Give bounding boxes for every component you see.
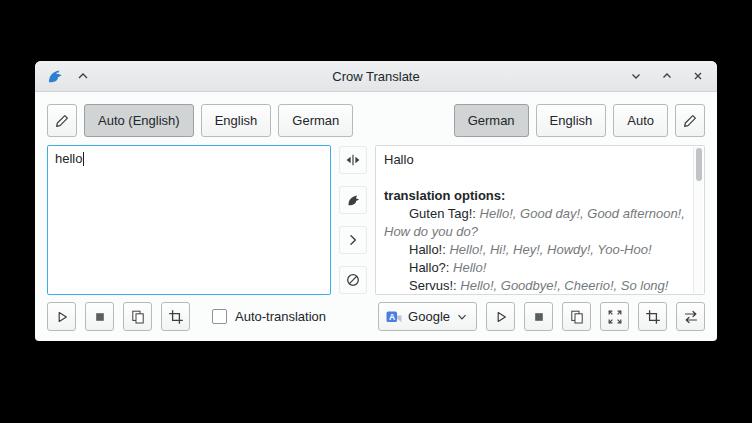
translation-options-heading: translation options: <box>384 187 686 205</box>
target-lang-german-button[interactable]: German <box>454 104 529 137</box>
stop-icon <box>92 309 108 325</box>
middle-toolbar <box>331 145 375 295</box>
swap-languages-icon <box>345 152 361 168</box>
source-toolbar: Auto-translation <box>47 302 326 331</box>
keep-above-button[interactable] <box>74 67 92 85</box>
google-translate-icon: A <box>386 309 402 325</box>
crow-icon <box>345 192 361 208</box>
blank-line <box>384 169 686 187</box>
copy-to-source-button[interactable] <box>339 226 367 254</box>
source-lang-auto-button[interactable]: Auto (English) <box>84 104 194 137</box>
stop-icon <box>531 309 547 325</box>
swap-translation-button[interactable] <box>676 302 705 331</box>
titlebar[interactable]: Crow Translate <box>35 61 717 92</box>
translation-option: Guten Tag!: Hello!, Good day!, Good afte… <box>384 205 686 241</box>
ocr-capture-button[interactable] <box>161 302 190 331</box>
crop-icon <box>645 309 661 325</box>
play-icon <box>493 309 509 325</box>
source-text: hello <box>55 151 82 166</box>
minimize-button[interactable] <box>627 67 645 85</box>
chevron-down-icon <box>629 69 643 83</box>
swap-languages-button[interactable] <box>339 146 367 174</box>
source-text-area[interactable]: hello <box>47 145 331 295</box>
engine-selected-value: Google <box>408 309 450 324</box>
translation-option: Servus!: Hello!, Goodbye!, Cheerio!, So … <box>384 277 686 295</box>
source-language-bar: Auto (English) English German <box>47 104 353 137</box>
cancel-icon <box>345 272 361 288</box>
close-button[interactable] <box>689 67 707 85</box>
speak-source-button[interactable] <box>47 302 76 331</box>
checkbox-box[interactable] <box>212 309 227 324</box>
expand-translation-button[interactable] <box>600 302 629 331</box>
edit-target-languages-button[interactable] <box>675 104 705 137</box>
stop-source-speech-button[interactable] <box>85 302 114 331</box>
engine-selector[interactable]: A Google <box>378 302 477 331</box>
window-menu-button[interactable] <box>45 67 63 85</box>
crop-icon <box>168 309 184 325</box>
translation-toolbar: A Google <box>378 302 705 331</box>
translation-main-text: Hallo <box>384 151 686 169</box>
window-content: Auto (English) English German German Eng… <box>35 92 717 341</box>
source-lang-german-button[interactable]: German <box>278 104 353 137</box>
translation-option: Hallo?: Hello! <box>384 259 686 277</box>
edit-source-languages-button[interactable] <box>47 104 77 137</box>
copy-translation-button[interactable] <box>562 302 591 331</box>
pencil-icon <box>682 113 698 129</box>
copy-icon <box>130 309 146 325</box>
expand-icon <box>607 309 623 325</box>
crow-app-icon <box>46 68 63 85</box>
target-lang-auto-button[interactable]: Auto <box>613 104 668 137</box>
chevron-up-icon <box>76 69 90 83</box>
pencil-icon <box>54 113 70 129</box>
auto-translation-label: Auto-translation <box>235 309 326 324</box>
maximize-button[interactable] <box>658 67 676 85</box>
cancel-button[interactable] <box>339 266 367 294</box>
translation-option: Hallo!: Hello!, Hi!, Hey!, Howdy!, Yoo-H… <box>384 241 686 259</box>
source-lang-english-button[interactable]: English <box>201 104 272 137</box>
ocr-translate-button[interactable] <box>638 302 667 331</box>
chevron-up-icon <box>660 69 674 83</box>
target-lang-english-button[interactable]: English <box>536 104 607 137</box>
svg-text:A: A <box>389 311 395 321</box>
chevron-right-icon <box>345 232 361 248</box>
speak-translation-button[interactable] <box>486 302 515 331</box>
chevron-down-icon <box>456 311 468 323</box>
translate-button[interactable] <box>339 186 367 214</box>
translation-output[interactable]: Hallo translation options: Guten Tag!: H… <box>375 145 705 295</box>
stop-translation-speech-button[interactable] <box>524 302 553 331</box>
swap-horizontal-icon <box>683 309 699 325</box>
play-icon <box>54 309 70 325</box>
vertical-scrollbar[interactable] <box>693 147 703 293</box>
text-cursor <box>83 152 84 166</box>
copy-source-button[interactable] <box>123 302 152 331</box>
app-window: Crow Translate <box>35 61 717 341</box>
auto-translation-checkbox[interactable]: Auto-translation <box>212 309 326 324</box>
copy-icon <box>569 309 585 325</box>
close-icon <box>691 69 705 83</box>
target-language-bar: German English Auto <box>454 104 705 137</box>
window-title: Crow Translate <box>35 69 717 84</box>
scrollbar-thumb[interactable] <box>696 148 702 181</box>
